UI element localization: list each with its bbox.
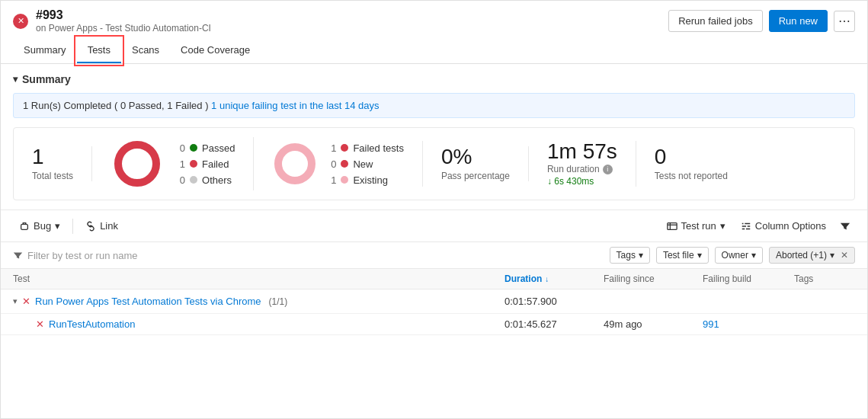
rerun-failed-jobs-button[interactable]: Rerun failed jobs (668, 10, 763, 32)
col-header-failing-build: Failing build (703, 273, 794, 284)
pink-donut-chart (272, 141, 318, 187)
header: ✕ #993 on Power Apps - Test Studio Autom… (1, 1, 867, 64)
toolbar-right: Test run ▾ Column Options (661, 216, 855, 235)
tab-scans[interactable]: Scans (121, 38, 170, 63)
filter-input-area: Filter by test or run name (13, 250, 138, 261)
svg-point-2 (278, 147, 312, 181)
test-run-icon (667, 221, 677, 232)
sub-test-name[interactable]: RunTestAutomation (49, 318, 135, 330)
owner-filter[interactable]: Owner ▾ (715, 247, 763, 264)
run-duration-label: Run duration i (547, 164, 617, 174)
test-run-button[interactable]: Test run ▾ (661, 216, 732, 235)
others-label: Others (202, 174, 232, 186)
failing-tests-link[interactable]: 1 unique failing test in the last 14 day… (211, 100, 379, 111)
not-reported-block: 0 Tests not reported (636, 146, 746, 181)
fail-icon: ✕ (36, 318, 44, 330)
summary-section: ▾ Summary 1 Run(s) Completed ( 0 Passed,… (1, 64, 867, 210)
passed-label: Passed (202, 142, 235, 154)
toolbar-divider (72, 219, 73, 234)
row-test-cell: ▾ ✕ Run Power Apps Test Automation Tests… (13, 296, 504, 307)
tags-dropdown-icon: ▾ (639, 250, 643, 261)
test-group-name[interactable]: Run Power Apps Test Automation Tests via… (35, 296, 261, 307)
toolbar: Bug ▾ Link Test run ▾ (1, 210, 867, 242)
table-header: Test Duration ↓ Failing since Failing bu… (1, 269, 867, 289)
sub-row-test-cell: ✕ RunTestAutomation (36, 318, 504, 330)
pass-percentage-value: 0% (441, 146, 510, 168)
test-file-dropdown-icon: ▾ (697, 250, 702, 261)
bug-button[interactable]: Bug ▾ (13, 216, 66, 235)
column-options-button[interactable]: Column Options (735, 216, 832, 235)
stats-row: 1 Total tests 0 Passed 1 (13, 127, 855, 200)
tags-filter[interactable]: Tags ▾ (610, 247, 650, 264)
legend-new: 0 New (327, 158, 403, 170)
donut-chart (111, 137, 164, 190)
table-row: ✕ RunTestAutomation 0:01:45.627 49m ago … (1, 314, 867, 335)
failed-tests-label: Failed tests (353, 142, 403, 154)
fail-icon: ✕ (22, 296, 30, 307)
existing-dot (341, 176, 348, 184)
table-area: Test Duration ↓ Failing since Failing bu… (1, 269, 867, 335)
link-button[interactable]: Link (79, 216, 124, 235)
legend-failed: 1 Failed (176, 158, 235, 170)
link-icon (85, 221, 96, 232)
table-row: ▾ ✕ Run Power Apps Test Automation Tests… (1, 289, 867, 314)
header-actions: Rerun failed jobs Run new ⋯ (668, 10, 855, 32)
aborted-close-button[interactable]: ✕ (841, 250, 848, 261)
legend-existing: 1 Existing (327, 174, 403, 186)
tab-code-coverage[interactable]: Code Coverage (170, 38, 261, 63)
group-duration: 0:01:57.900 (504, 296, 604, 307)
summary-header[interactable]: ▾ Summary (13, 73, 855, 85)
aborted-filter-chip: Aborted (+1) ▾ ✕ (769, 247, 855, 264)
others-dot (190, 176, 197, 184)
filter-icon-small (13, 251, 23, 261)
chevron-down-icon: ▾ (13, 74, 18, 85)
test-count: (1/1) (269, 296, 288, 307)
filter-chips: Tags ▾ Test file ▾ Owner ▾ Aborted (+1) … (610, 247, 855, 264)
sub-duration: 0:01:45.627 (504, 318, 604, 330)
col-header-test: Test (13, 273, 504, 284)
passed-dot (190, 144, 197, 152)
toolbar-left: Bug ▾ Link (13, 216, 124, 235)
run-new-button[interactable]: Run new (769, 10, 828, 32)
build-title: #993 (36, 8, 211, 22)
owner-dropdown-icon: ▾ (751, 250, 756, 261)
failed-legend: 1 Failed tests 0 New 1 Existing (327, 142, 403, 186)
tab-summary[interactable]: Summary (13, 38, 77, 63)
existing-label: Existing (353, 174, 388, 186)
filter-icon-button[interactable] (835, 217, 855, 235)
total-tests-block: 1 Total tests (14, 146, 92, 181)
aborted-dropdown-icon: ▾ (830, 250, 834, 261)
info-icon: i (603, 165, 613, 174)
filter-icon (840, 221, 850, 232)
legend-failed-tests: 1 Failed tests (327, 142, 403, 154)
failed-tests-dot (341, 144, 348, 152)
col-header-failing-since: Failing since (604, 273, 703, 284)
summary-title: Summary (22, 73, 71, 85)
tab-tests[interactable]: Tests (77, 38, 121, 63)
test-run-dropdown-icon: ▾ (720, 220, 725, 232)
legend-passed: 0 Passed (176, 142, 235, 154)
sub-failing-build[interactable]: 991 (703, 318, 794, 330)
close-icon[interactable]: ✕ (13, 14, 28, 29)
build-subtitle: on Power Apps - Test Studio Automation-C… (36, 23, 211, 34)
donut-legend: 0 Passed 1 Failed 0 Others (176, 142, 235, 186)
column-options-icon (741, 221, 751, 232)
bug-dropdown-icon: ▾ (55, 220, 60, 232)
svg-point-1 (118, 145, 156, 183)
svg-rect-4 (667, 222, 676, 229)
new-label: New (353, 158, 373, 170)
expand-icon[interactable]: ▾ (13, 296, 18, 306)
col-header-duration[interactable]: Duration ↓ (504, 273, 604, 284)
nav-tabs: Summary Tests Scans Code Coverage (13, 38, 855, 63)
test-file-filter[interactable]: Test file ▾ (656, 247, 709, 264)
failed-dot (190, 160, 197, 168)
not-reported-count: 0 (655, 146, 728, 168)
new-dot (341, 160, 348, 168)
failed-label: Failed (202, 158, 229, 170)
pass-percentage-block: 0% Pass percentage (423, 146, 529, 181)
summary-banner: 1 Run(s) Completed ( 0 Passed, 1 Failed … (13, 93, 855, 118)
filter-placeholder[interactable]: Filter by test or run name (27, 250, 138, 261)
col-header-tags: Tags (794, 273, 855, 284)
svg-rect-3 (21, 224, 28, 229)
more-options-button[interactable]: ⋯ (834, 11, 855, 32)
